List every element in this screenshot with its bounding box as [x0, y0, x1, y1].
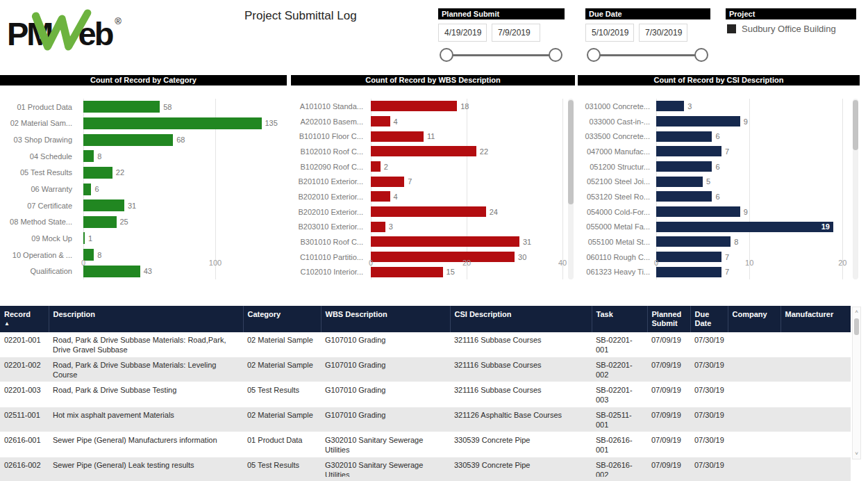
- column-header-label: Description: [53, 310, 239, 319]
- column-header[interactable]: WBS Description: [321, 306, 450, 332]
- bar[interactable]: [371, 177, 404, 187]
- planned-submit-slider-handle-left[interactable]: [440, 48, 453, 62]
- x-tick-label: 0: [654, 259, 658, 267]
- category-label: B202010 Exterior...: [291, 189, 369, 204]
- table-cell: 02201-003: [0, 382, 49, 407]
- x-tick-label: 0: [369, 259, 373, 267]
- bar[interactable]: [656, 131, 712, 142]
- bar[interactable]: [371, 236, 519, 247]
- category-label: B101010 Floor C...: [291, 129, 369, 144]
- bar[interactable]: [656, 101, 684, 111]
- scroll-up-icon[interactable]: ˄: [853, 309, 860, 316]
- bar[interactable]: [83, 117, 262, 129]
- table-row[interactable]: 02616-001Sewer Pipe (General) Manufactur…: [0, 432, 851, 457]
- bar[interactable]: [371, 101, 457, 111]
- due-date-slider-handle-left[interactable]: [587, 48, 601, 62]
- due-date-end-input[interactable]: 7/30/2019: [639, 24, 687, 42]
- bar[interactable]: [371, 116, 390, 127]
- planned-submit-start-input[interactable]: 4/19/2019: [438, 24, 487, 42]
- column-header[interactable]: Category: [243, 306, 321, 332]
- table-row[interactable]: 02201-001Road, Park & Drive Subbase Mate…: [0, 332, 851, 357]
- column-header[interactable]: Task: [592, 306, 647, 332]
- bar[interactable]: [371, 161, 381, 172]
- bar[interactable]: [656, 177, 703, 187]
- bar-value-label: 3: [687, 102, 692, 111]
- table-row[interactable]: 02511-001Hot mix asphalt pavement Materi…: [0, 407, 851, 432]
- bar[interactable]: 19: [656, 222, 833, 232]
- bar-value-label: 7: [725, 268, 729, 276]
- bar[interactable]: [83, 184, 91, 195]
- column-header[interactable]: Due Date: [690, 306, 728, 332]
- bar-row: 11: [371, 129, 567, 144]
- bar[interactable]: [371, 146, 476, 156]
- x-tick-label: 0: [81, 259, 85, 267]
- bar[interactable]: [83, 150, 94, 162]
- bar[interactable]: [371, 206, 486, 217]
- column-header[interactable]: Company: [728, 306, 781, 332]
- column-header-label: Due Date: [695, 310, 724, 328]
- category-label: 08 Method State...: [0, 213, 78, 230]
- chart-count-by-csi: Count of Record by CSI Description 03100…: [578, 75, 860, 301]
- column-header-label: Category: [248, 310, 317, 319]
- bar[interactable]: [83, 101, 160, 113]
- table-cell: [728, 432, 781, 457]
- bar[interactable]: [83, 199, 124, 211]
- x-tick-label: 20: [838, 259, 846, 267]
- table-scrollbar-thumb[interactable]: [854, 318, 859, 335]
- category-label: A101010 Standa...: [291, 99, 369, 114]
- category-label: 04 Schedule: [0, 148, 78, 165]
- bar[interactable]: [656, 191, 712, 202]
- due-date-slider-handle-right[interactable]: [694, 48, 708, 62]
- table-scrollbar[interactable]: ˄ ˅: [852, 307, 861, 459]
- table-cell: [781, 432, 851, 457]
- bar-row: 9: [656, 114, 847, 129]
- column-header-label: Planned Submit: [652, 310, 686, 328]
- x-tick-label: 20: [462, 259, 471, 267]
- bar[interactable]: [83, 167, 112, 179]
- bar[interactable]: [371, 222, 385, 232]
- column-header[interactable]: Description: [49, 306, 243, 332]
- table-cell: 02 Material Sample: [243, 332, 321, 357]
- chart-scrollbar-thumb[interactable]: [568, 100, 574, 204]
- bar-value-label: 1: [88, 234, 92, 243]
- table-row[interactable]: 02201-003Road, Park & Drive Subbase Test…: [0, 382, 851, 407]
- bar[interactable]: [371, 131, 424, 142]
- bar[interactable]: [656, 116, 740, 127]
- category-label: 061323 Heavy Ti...: [578, 264, 656, 279]
- column-header[interactable]: Planned Submit: [647, 306, 690, 332]
- planned-submit-slider-track[interactable]: [446, 54, 556, 56]
- column-header[interactable]: Record▲: [0, 306, 49, 332]
- bar[interactable]: [371, 191, 390, 202]
- planned-submit-slider-handle-right[interactable]: [549, 48, 562, 62]
- planned-submit-end-input[interactable]: 7/9/2019: [492, 24, 540, 42]
- column-header-label: Company: [733, 310, 776, 319]
- bar[interactable]: [656, 146, 721, 156]
- column-header[interactable]: Manufacturer: [781, 306, 851, 332]
- due-date-start-input[interactable]: 5/10/2019: [585, 24, 634, 42]
- bar[interactable]: [656, 236, 731, 247]
- category-label: C101010 Partitio...: [291, 250, 369, 265]
- column-header[interactable]: CSI Description: [450, 306, 592, 332]
- project-item-sudbury[interactable]: Sudbury Office Building: [727, 24, 836, 34]
- table-cell: SB-02616-001: [592, 432, 647, 457]
- bar-row: 31: [83, 197, 281, 214]
- bar-value-label: 7: [408, 177, 412, 186]
- bar-row: 58: [83, 99, 281, 115]
- bar[interactable]: [83, 232, 85, 244]
- bar[interactable]: [656, 206, 740, 217]
- chart-canvas: 01 Product Data02 Material Sam...03 Shop…: [0, 99, 287, 279]
- bar[interactable]: [83, 216, 117, 228]
- table-cell: Sewer Pipe (General) Manufacturers infor…: [49, 432, 243, 457]
- bar-value-label: 43: [144, 267, 152, 275]
- column-header-label: Manufacturer: [785, 310, 847, 319]
- bar-value-label: 11: [427, 132, 435, 140]
- due-date-slider-track[interactable]: [594, 54, 701, 56]
- bar[interactable]: [656, 161, 712, 172]
- category-label: 055100 Metal St...: [578, 234, 656, 250]
- chart-scrollbar-thumb[interactable]: [853, 100, 858, 150]
- table-cell: 321116 Subbase Courses: [450, 357, 592, 382]
- scroll-down-icon[interactable]: ˅: [853, 450, 860, 457]
- bar[interactable]: [83, 134, 173, 146]
- table-cell: 02 Material Sample: [243, 407, 321, 432]
- table-row[interactable]: 02201-002Road, Park & Drive Subbase Mate…: [0, 357, 851, 382]
